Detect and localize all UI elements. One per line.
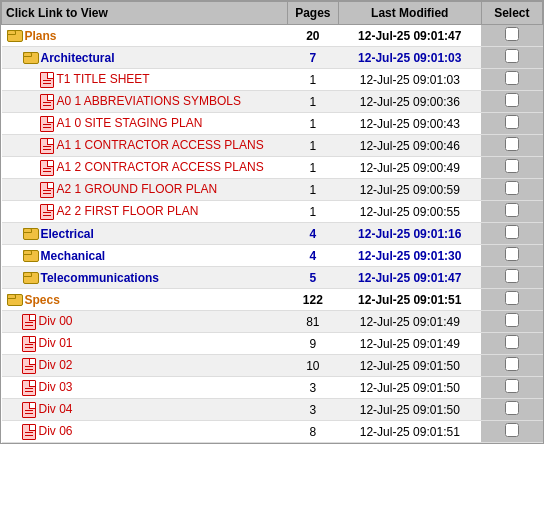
modified-cell-telecommunications: 12-Jul-25 09:01:47: [338, 267, 481, 289]
folder-icon: [22, 272, 38, 284]
folder-icon: [22, 52, 38, 64]
select-checkbox-plans[interactable]: [505, 27, 519, 41]
select-cell-div-02: [481, 355, 542, 377]
table-row: Mechanical412-Jul-25 09:01:30: [2, 245, 543, 267]
folder-link-specs[interactable]: Specs: [25, 293, 60, 307]
doc-icon: [22, 402, 36, 418]
modified-cell-mechanical: 12-Jul-25 09:01:30: [338, 245, 481, 267]
modified-cell-a2-1-ground-floor: 12-Jul-25 09:00:59: [338, 179, 481, 201]
folder-icon: [6, 294, 22, 306]
modified-cell-div-00: 12-Jul-25 09:01:49: [338, 311, 481, 333]
modified-cell-a2-2-first-floor: 12-Jul-25 09:00:55: [338, 201, 481, 223]
doc-link-div-02[interactable]: Div 02: [39, 358, 73, 372]
col-title-header: Click Link to View: [2, 2, 288, 25]
modified-cell-div-06: 12-Jul-25 09:01:51: [338, 421, 481, 443]
doc-icon: [40, 182, 54, 198]
pages-cell-a1-2-contractor-access: 1: [287, 157, 338, 179]
table-row: Div 06812-Jul-25 09:01:51: [2, 421, 543, 443]
table-row: A1 2 CONTRACTOR ACCESS PLANS112-Jul-25 0…: [2, 157, 543, 179]
modified-cell-t1-title-sheet: 12-Jul-25 09:01:03: [338, 69, 481, 91]
doc-icon: [40, 160, 54, 176]
col-modified-header: Last Modified: [338, 2, 481, 25]
select-checkbox-specs[interactable]: [505, 291, 519, 305]
pages-cell-t1-title-sheet: 1: [287, 69, 338, 91]
pages-cell-div-04: 3: [287, 399, 338, 421]
select-checkbox-div-04[interactable]: [505, 401, 519, 415]
select-cell-electrical: [481, 223, 542, 245]
select-checkbox-a1-0-site-staging[interactable]: [505, 115, 519, 129]
doc-icon: [22, 314, 36, 330]
doc-link-div-06[interactable]: Div 06: [39, 424, 73, 438]
select-checkbox-t1-title-sheet[interactable]: [505, 71, 519, 85]
select-cell-telecommunications: [481, 267, 542, 289]
select-checkbox-telecommunications[interactable]: [505, 269, 519, 283]
modified-cell-a1-1-contractor-access: 12-Jul-25 09:00:46: [338, 135, 481, 157]
doc-icon: [22, 358, 36, 374]
pages-cell-a1-0-site-staging: 1: [287, 113, 338, 135]
pages-cell-mechanical: 4: [287, 245, 338, 267]
modified-cell-specs: 12-Jul-25 09:01:51: [338, 289, 481, 311]
select-checkbox-a2-1-ground-floor[interactable]: [505, 181, 519, 195]
select-checkbox-architectural[interactable]: [505, 49, 519, 63]
pages-cell-a0-1-abbreviations: 1: [287, 91, 338, 113]
table-header-row: Click Link to View Pages Last Modified S…: [2, 2, 543, 25]
select-cell-a1-0-site-staging: [481, 113, 542, 135]
pages-cell-a2-1-ground-floor: 1: [287, 179, 338, 201]
doc-link-div-04[interactable]: Div 04: [39, 402, 73, 416]
doc-icon: [40, 204, 54, 220]
table-row: Telecommunications512-Jul-25 09:01:47: [2, 267, 543, 289]
folder-link-electrical[interactable]: Electrical: [41, 227, 94, 241]
doc-link-a1-0-site-staging[interactable]: A1 0 SITE STAGING PLAN: [57, 116, 203, 130]
folder-icon: [6, 30, 22, 42]
doc-link-t1-title-sheet[interactable]: T1 TITLE SHEET: [57, 72, 150, 86]
doc-icon: [22, 380, 36, 396]
folder-icon: [22, 250, 38, 262]
select-checkbox-div-06[interactable]: [505, 423, 519, 437]
pages-cell-div-02: 10: [287, 355, 338, 377]
folder-link-mechanical[interactable]: Mechanical: [41, 249, 106, 263]
modified-cell-architectural: 12-Jul-25 09:01:03: [338, 47, 481, 69]
select-cell-plans: [481, 25, 542, 47]
doc-link-div-00[interactable]: Div 00: [39, 314, 73, 328]
col-select-header: Select: [481, 2, 542, 25]
table-row: A0 1 ABBREVIATIONS SYMBOLS112-Jul-25 09:…: [2, 91, 543, 113]
pages-cell-div-00: 81: [287, 311, 338, 333]
select-cell-a2-2-first-floor: [481, 201, 542, 223]
select-cell-div-03: [481, 377, 542, 399]
select-checkbox-mechanical[interactable]: [505, 247, 519, 261]
doc-link-a0-1-abbreviations[interactable]: A0 1 ABBREVIATIONS SYMBOLS: [57, 94, 242, 108]
select-checkbox-a2-2-first-floor[interactable]: [505, 203, 519, 217]
table-row: Div 008112-Jul-25 09:01:49: [2, 311, 543, 333]
pages-cell-a1-1-contractor-access: 1: [287, 135, 338, 157]
folder-link-plans[interactable]: Plans: [25, 29, 57, 43]
select-checkbox-electrical[interactable]: [505, 225, 519, 239]
select-checkbox-a1-1-contractor-access[interactable]: [505, 137, 519, 151]
select-checkbox-a0-1-abbreviations[interactable]: [505, 93, 519, 107]
table-row: Div 01912-Jul-25 09:01:49: [2, 333, 543, 355]
select-cell-architectural: [481, 47, 542, 69]
doc-icon: [22, 424, 36, 440]
select-checkbox-div-02[interactable]: [505, 357, 519, 371]
folder-link-architectural[interactable]: Architectural: [41, 51, 115, 65]
modified-cell-div-02: 12-Jul-25 09:01:50: [338, 355, 481, 377]
select-checkbox-div-01[interactable]: [505, 335, 519, 349]
select-checkbox-div-03[interactable]: [505, 379, 519, 393]
doc-link-a1-2-contractor-access[interactable]: A1 2 CONTRACTOR ACCESS PLANS: [57, 160, 264, 174]
select-cell-div-01: [481, 333, 542, 355]
select-checkbox-a1-2-contractor-access[interactable]: [505, 159, 519, 173]
doc-link-a2-2-first-floor[interactable]: A2 2 FIRST FLOOR PLAN: [57, 204, 199, 218]
folder-link-telecommunications[interactable]: Telecommunications: [41, 271, 159, 285]
table-row: Architectural712-Jul-25 09:01:03: [2, 47, 543, 69]
table-row: A2 1 GROUND FLOOR PLAN112-Jul-25 09:00:5…: [2, 179, 543, 201]
doc-link-div-01[interactable]: Div 01: [39, 336, 73, 350]
select-cell-div-04: [481, 399, 542, 421]
doc-link-a2-1-ground-floor[interactable]: A2 1 GROUND FLOOR PLAN: [57, 182, 218, 196]
doc-link-div-03[interactable]: Div 03: [39, 380, 73, 394]
modified-cell-div-03: 12-Jul-25 09:01:50: [338, 377, 481, 399]
doc-icon: [22, 336, 36, 352]
select-checkbox-div-00[interactable]: [505, 313, 519, 327]
pages-cell-electrical: 4: [287, 223, 338, 245]
select-cell-div-06: [481, 421, 542, 443]
doc-link-a1-1-contractor-access[interactable]: A1 1 CONTRACTOR ACCESS PLANS: [57, 138, 264, 152]
modified-cell-plans: 12-Jul-25 09:01:47: [338, 25, 481, 47]
